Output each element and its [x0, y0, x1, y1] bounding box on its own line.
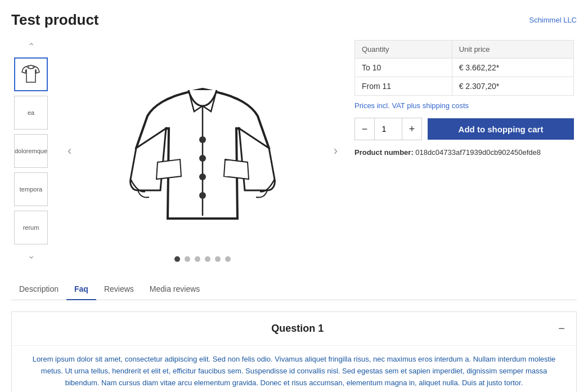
product-number: Product number: 018dc04733af71939d0cb902…	[354, 148, 574, 157]
col-unit-price: Unit price	[452, 41, 573, 59]
dot-5[interactable]	[225, 256, 231, 262]
carousel-next-button[interactable]: ›	[334, 144, 338, 158]
tab-description[interactable]: Description	[11, 279, 66, 300]
product-number-label: Product number:	[354, 148, 414, 157]
qty-plus-button[interactable]: +	[402, 118, 421, 140]
company-name[interactable]: Schimmel LLC	[529, 16, 577, 24]
dot-2[interactable]	[195, 256, 200, 262]
product-image	[107, 55, 298, 247]
thumb-down-button[interactable]: ⌄	[26, 249, 36, 262]
faq-question-0: Question 1	[37, 323, 558, 335]
quantity-control: − +	[354, 118, 422, 140]
price-row-0: To 10 € 3.662,22*	[355, 59, 574, 77]
svg-point-1	[199, 136, 206, 143]
qty-minus-button[interactable]: −	[355, 118, 374, 140]
vat-note[interactable]: Prices incl. VAT plus shipping costs	[354, 101, 574, 110]
tab-reviews[interactable]: Reviews	[96, 279, 142, 300]
dot-1[interactable]	[185, 256, 190, 262]
add-to-cart-button[interactable]: Add to shopping cart	[428, 118, 574, 140]
svg-point-3	[199, 173, 206, 180]
svg-point-4	[199, 192, 206, 199]
product-title: Test product	[11, 11, 99, 29]
price-table: Quantity Unit price To 10 € 3.662,22* Fr…	[354, 40, 574, 96]
thumbnail-1[interactable]: ea	[14, 96, 48, 130]
product-info: Quantity Unit price To 10 € 3.662,22* Fr…	[354, 40, 574, 262]
thumb-1-label: ea	[28, 109, 34, 116]
tab-faq[interactable]: Faq	[66, 279, 96, 300]
faq-item-0: Question 1 − Lorem ipsum dolor sit amet,…	[11, 311, 577, 392]
faq-body-0: Lorem ipsum dolor sit amet, consectetur …	[12, 345, 576, 392]
faq-header-0[interactable]: Question 1 −	[12, 312, 576, 345]
add-to-cart-row: − + Add to shopping cart	[354, 118, 574, 140]
qty-range-0: To 10	[355, 59, 452, 77]
thumb-up-button[interactable]: ⌃	[26, 40, 36, 53]
tabs-area: Description Faq Reviews Media reviews	[11, 279, 577, 300]
faq-toggle-0[interactable]: −	[558, 322, 565, 335]
carousel-dots	[174, 256, 231, 262]
col-quantity: Quantity	[355, 41, 452, 59]
faq-answer-0: Lorem ipsum dolor sit amet, consectetur …	[23, 354, 565, 389]
dot-0[interactable]	[174, 256, 180, 262]
product-number-value: 018dc04733af71939d0cb902450efde8	[415, 148, 541, 157]
carousel-prev-button[interactable]: ‹	[68, 144, 71, 158]
price-val-1: € 2.307,20*	[452, 77, 573, 96]
main-image-container: ‹	[68, 40, 338, 262]
thumbnail-4[interactable]: rerum	[14, 211, 48, 244]
tab-media-reviews[interactable]: Media reviews	[142, 279, 208, 300]
dot-3[interactable]	[205, 256, 210, 262]
price-val-0: € 3.662,22*	[452, 59, 573, 77]
thumbnail-0[interactable]	[14, 57, 48, 91]
qty-range-1: From 11	[355, 77, 452, 96]
faq-section: Question 1 − Lorem ipsum dolor sit amet,…	[11, 311, 577, 392]
thumb-3-label: tempora	[20, 186, 42, 193]
thumb-4-label: rerum	[23, 224, 39, 231]
price-row-1: From 11 € 2.307,20*	[355, 77, 574, 96]
thumbnail-sidebar: ⌃ ea doloremque tempora rerum ⌄	[11, 40, 51, 262]
thumb-2-label: doloremque	[15, 148, 47, 154]
thumbnail-3[interactable]: tempora	[14, 172, 48, 206]
dot-4[interactable]	[215, 256, 221, 262]
svg-point-2	[199, 155, 206, 162]
qty-input[interactable]	[374, 118, 402, 140]
thumbnail-2[interactable]: doloremque	[14, 134, 48, 168]
